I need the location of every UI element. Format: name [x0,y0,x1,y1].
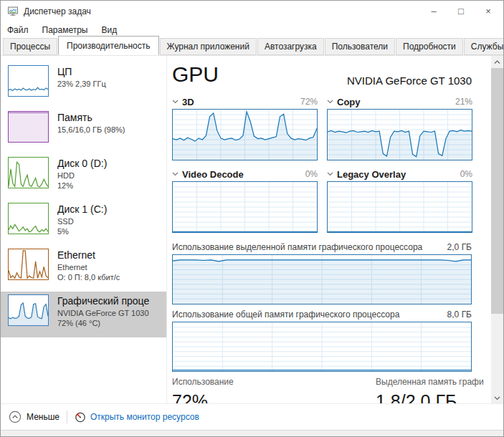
panel-divider [166,56,167,404]
gpu-video-decode-block: Video Decode 0% [172,167,318,233]
app-icon [7,6,19,17]
collapse-circle-icon [9,410,22,423]
gpu-3d-block: 3D 72% [172,95,318,160]
gpu-video-decode-chart [172,181,318,233]
cpu-mini-chart [8,65,49,97]
chart-value: 72% [300,97,318,107]
gpu-panel-title: GPU [172,62,219,87]
footer-bar: Меньше Открыть монитор ресурсов [1,403,503,436]
gpu-detail-panel: GPU NVIDIA GeForce GT 1030 3D 72% Copy 2… [171,56,484,404]
dedicated-memory-max: 2,0 ГБ [447,242,472,252]
menu-options[interactable]: Параметры [42,25,88,35]
maximize-button[interactable]: □ [447,1,475,21]
chart-title: Legacy Overlay [337,169,406,180]
stat-value: 1,8/2,0 ГБ [376,391,484,404]
close-button[interactable]: × [475,1,502,21]
stat-label: Выделенная память графического процессор… [376,377,484,387]
sidebar-item-gpu[interactable]: Графический проце NVIDIA GeForce GT 1030… [1,292,166,337]
sidebar-item-cpu[interactable]: ЦП 23% 2,39 ГГц [1,62,166,108]
stat-value: 72% [172,391,234,404]
gpu-legacy-overlay-chart [327,181,472,233]
sidebar-item-detail: HDD [57,171,107,181]
dedicated-memory-label-row: Использование выделенной памяти графичес… [172,242,472,252]
sidebar-item-detail: О: 0 П: 8,0 кбит/с [57,272,120,282]
sidebar-item-title: Диск 0 (D:) [57,158,107,169]
sidebar-item-detail: 5% [57,226,107,236]
gpu-copy-engine-selector[interactable]: Copy [327,97,361,107]
minimize-button[interactable]: – [420,1,447,21]
gpu-3d-engine-selector[interactable]: 3D [172,97,194,107]
menu-bar: Файл Параметры Вид [1,22,503,37]
sidebar-item-detail: 72% (46 °C) [57,318,149,328]
sidebar-item-memory[interactable]: Память 15,6/16,0 ГБ (98%) [1,108,166,154]
footer-separator [67,410,67,423]
stat-usage: Использование 72% [172,377,234,404]
chart-value: 0% [460,169,472,179]
fewer-details-button[interactable]: Меньше [9,410,60,423]
dedicated-memory-label: Использование выделенной памяти графичес… [172,242,422,252]
ethernet-mini-chart [8,249,49,280]
tab-strip: Процессы Производительность Журнал прило… [1,37,503,56]
scroll-up-icon [494,60,500,64]
sidebar-item-title: Ethernet [57,249,120,261]
sidebar-item-disk0[interactable]: Диск 0 (D:) HDD 12% [1,154,166,200]
sidebar-item-title: ЦП [57,66,106,77]
disk0-mini-chart [8,157,49,188]
sidebar-item-title: Диск 1 (C:) [57,203,107,215]
tab-details[interactable]: Подробности [396,38,463,55]
gpu-copy-chart [327,109,472,160]
sidebar-item-detail: 15,6/16,0 ГБ (98%) [57,125,125,135]
tab-users[interactable]: Пользователи [325,38,395,55]
gpu-copy-block: Copy 21% [327,95,472,160]
chevron-down-icon [327,172,333,176]
chevron-down-icon [172,172,179,176]
disk1-mini-chart [8,203,49,234]
gpu-legacy-overlay-block: Legacy Overlay 0% [327,167,472,233]
chart-title: Video Decode [182,169,244,180]
tab-performance[interactable]: Производительность [58,36,158,55]
window-bottom-edge [1,430,503,436]
gpu-3d-chart [172,109,318,160]
menu-file[interactable]: Файл [7,25,29,35]
scroll-up-button[interactable] [491,56,503,68]
vertical-scrollbar[interactable] [491,56,503,404]
open-resource-monitor-link[interactable]: Открыть монитор ресурсов [75,411,199,423]
resource-monitor-label: Открыть монитор ресурсов [90,412,199,422]
performance-sidebar: ЦП 23% 2,39 ГГц Память 15,6/16,0 ГБ (98%… [1,56,166,404]
dedicated-memory-chart [172,254,472,304]
task-manager-window: Диспетчер задач – □ × Файл Параметры Вид… [0,0,504,437]
sidebar-item-title: Графический проце [57,295,149,307]
memory-mini-chart [8,111,49,143]
fewer-details-label: Меньше [27,412,60,422]
menu-view[interactable]: Вид [101,25,117,35]
sidebar-item-detail: 23% 2,39 ГГц [57,79,106,89]
scrollbar-thumb[interactable] [491,68,503,314]
chevron-down-icon [172,100,179,104]
sidebar-item-ethernet[interactable]: Ethernet Ethernet О: 0 П: 8,0 кбит/с [1,246,166,292]
sidebar-item-disk1[interactable]: Диск 1 (C:) SSD 5% [1,200,166,246]
window-title: Диспетчер задач [24,6,91,16]
gpu-video-decode-engine-selector[interactable]: Video Decode [172,169,244,180]
scroll-down-button[interactable] [491,392,503,404]
title-bar: Диспетчер задач – □ × [1,1,503,22]
gpu-device-name: NVIDIA GeForce GT 1030 [347,75,472,87]
chart-title: 3D [182,97,194,107]
resource-monitor-icon [75,411,86,423]
tab-processes[interactable]: Процессы [3,38,57,55]
chart-title: Copy [337,97,361,107]
shared-memory-chart [172,322,472,372]
tab-app-history[interactable]: Журнал приложений [160,38,257,55]
sidebar-item-detail: Ethernet [57,262,120,272]
shared-memory-label: Использование общей памяти графического … [172,309,399,320]
sidebar-item-detail: 12% [57,181,107,191]
tab-startup[interactable]: Автозагрузка [257,38,324,55]
scroll-down-icon [494,396,500,400]
gpu-legacy-overlay-engine-selector[interactable]: Legacy Overlay [327,169,406,180]
tab-services[interactable]: Службы [464,38,504,55]
sidebar-item-title: Память [57,112,125,123]
stat-dedicated-memory: Выделенная память графического процессор… [376,377,484,404]
chevron-down-icon [327,100,333,104]
gpu-mini-chart [8,294,49,326]
sidebar-item-detail: NVIDIA GeForce GT 1030 [57,308,149,318]
sidebar-item-detail: SSD [57,216,107,226]
